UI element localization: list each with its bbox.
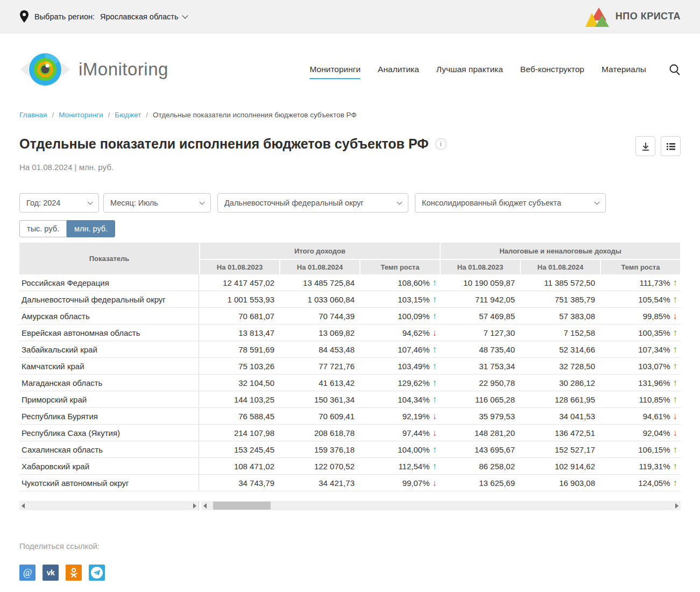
main-nav: Мониторинги Аналитика Лучшая практика Ве… bbox=[309, 59, 681, 79]
tax-2024-cell: 32 728,50 bbox=[521, 358, 600, 374]
telegram-share-button[interactable] bbox=[89, 565, 105, 581]
vk-share-button[interactable]: vk bbox=[43, 565, 59, 581]
krista-logo[interactable]: НПО КРИСТА bbox=[585, 6, 681, 27]
total-2023-cell: 13 813,47 bbox=[200, 325, 279, 341]
region-bar: Выбрать регион: Ярославская область НПО … bbox=[0, 0, 700, 33]
share-buttons: @ vk bbox=[19, 565, 681, 581]
imonitoring-logo[interactable]: iMonitoring bbox=[19, 52, 168, 87]
indicator-cell: Дальневосточный федеральный округ bbox=[19, 291, 199, 307]
growth-down-arrow-icon: ↓ bbox=[673, 412, 678, 421]
total-growth-cell: 103,15%↑ bbox=[360, 291, 440, 307]
total-growth-cell: 99,07%↓ bbox=[360, 475, 440, 491]
info-icon[interactable]: i bbox=[435, 138, 447, 150]
select-region-label: Выбрать регион: bbox=[34, 12, 95, 21]
scroll-right-icon[interactable] bbox=[675, 503, 678, 509]
header-total-2023: На 01.08.2023 bbox=[200, 260, 279, 274]
growth-down-arrow-icon: ↓ bbox=[673, 428, 678, 438]
indicator-scrollbar[interactable] bbox=[19, 501, 199, 510]
total-2024-cell: 159 376,18 bbox=[280, 441, 359, 457]
krista-triangles-icon bbox=[585, 6, 610, 27]
list-icon bbox=[666, 141, 676, 152]
tax-growth-cell: 119,31%↑ bbox=[601, 458, 680, 474]
header-tax-2023: На 01.08.2023 bbox=[441, 260, 520, 274]
scroll-left-icon[interactable] bbox=[22, 503, 25, 509]
total-2024-cell: 77 721,76 bbox=[280, 358, 359, 374]
nav-web-constructor[interactable]: Веб-конструктор bbox=[520, 59, 584, 79]
nav-monitorings[interactable]: Мониторинги bbox=[309, 59, 360, 79]
growth-up-arrow-icon: ↑ bbox=[433, 295, 437, 304]
table-header: Показатель Итого доходов Налоговые и нен… bbox=[19, 243, 681, 274]
scrollbar-thumb[interactable] bbox=[213, 502, 271, 510]
table-row[interactable]: Амурская область70 681,0770 744,39100,09… bbox=[19, 308, 681, 325]
unit-thousand-button[interactable]: тыс. руб. bbox=[19, 220, 67, 237]
table-row[interactable]: Приморский край144 103,25150 361,34104,3… bbox=[19, 391, 681, 408]
table-row[interactable]: Магаданская область32 104,5041 613,42129… bbox=[19, 375, 681, 391]
budget-type-dropdown[interactable]: Консолидированный бюджет субъекта bbox=[415, 193, 606, 213]
total-growth-cell: 100,09%↑ bbox=[360, 308, 440, 324]
region-selector[interactable]: Ярославская область bbox=[100, 12, 187, 21]
table-row[interactable]: Сахалинская область153 245,45159 376,181… bbox=[19, 441, 681, 458]
tax-growth-cell: 124,05%↑ bbox=[601, 475, 680, 491]
year-dropdown[interactable]: Год: 2024 bbox=[19, 193, 99, 213]
ok-share-button[interactable] bbox=[66, 565, 82, 581]
unit-million-button[interactable]: млн. руб. bbox=[67, 220, 115, 237]
nav-best-practice[interactable]: Лучшая практика bbox=[436, 59, 503, 79]
breadcrumb-home[interactable]: Главная bbox=[19, 111, 47, 119]
table-row[interactable]: Еврейская автономная область13 813,4713 … bbox=[19, 325, 681, 341]
table-row[interactable]: Республика Бурятия76 588,4570 609,4192,1… bbox=[19, 408, 681, 425]
scroll-left-icon[interactable] bbox=[203, 503, 207, 509]
growth-down-arrow-icon: ↓ bbox=[673, 312, 678, 321]
growth-up-arrow-icon: ↑ bbox=[433, 462, 437, 471]
growth-up-arrow-icon: ↑ bbox=[673, 378, 678, 387]
tax-2023-cell: 116 065,28 bbox=[441, 391, 520, 407]
total-2024-cell: 13 069,82 bbox=[280, 325, 359, 341]
search-icon[interactable] bbox=[669, 64, 681, 75]
download-button[interactable] bbox=[635, 136, 655, 156]
list-view-button[interactable] bbox=[661, 136, 681, 156]
total-growth-cell: 108,60%↑ bbox=[360, 275, 440, 291]
total-2023-cell: 34 743,79 bbox=[200, 475, 279, 491]
growth-down-arrow-icon: ↓ bbox=[433, 478, 437, 488]
header-tax-growth: Темп роста bbox=[601, 260, 680, 274]
indicator-cell: Камчатский край bbox=[19, 358, 199, 374]
indicator-cell: Чукотский автономный округ bbox=[19, 475, 199, 491]
nav-analytics[interactable]: Аналитика bbox=[378, 59, 419, 79]
total-growth-cell: 112,54%↑ bbox=[360, 458, 440, 474]
scroll-right-icon[interactable] bbox=[193, 503, 196, 509]
report-date-subtitle: На 01.08.2024 | млн. руб. bbox=[19, 163, 681, 172]
nav-materials[interactable]: Материалы bbox=[602, 59, 646, 79]
indicator-cell: Амурская область bbox=[19, 308, 199, 324]
growth-up-arrow-icon: ↑ bbox=[673, 462, 678, 471]
header-group-total-income: Итого доходов bbox=[200, 243, 440, 259]
breadcrumb-budget[interactable]: Бюджет bbox=[115, 111, 141, 119]
location-pin-icon bbox=[19, 10, 29, 23]
tax-2024-cell: 152 527,17 bbox=[521, 441, 600, 457]
month-dropdown[interactable]: Месяц: Июль bbox=[103, 193, 211, 213]
growth-up-arrow-icon: ↑ bbox=[433, 395, 437, 404]
tax-growth-cell: 107,34%↑ bbox=[601, 341, 680, 357]
data-scrollbar[interactable] bbox=[201, 501, 681, 510]
table-row[interactable]: Забайкальский край78 591,6984 453,48107,… bbox=[19, 341, 681, 358]
total-2023-cell: 153 245,45 bbox=[200, 441, 279, 457]
table-row[interactable]: Чукотский автономный округ34 743,7934 42… bbox=[19, 475, 681, 491]
tax-2023-cell: 13 625,69 bbox=[441, 475, 520, 491]
table-row[interactable]: Российская Федерация12 417 457,0213 485 … bbox=[19, 274, 681, 291]
table-row[interactable]: Республика Саха (Якутия)214 107,98208 61… bbox=[19, 425, 681, 441]
table-row[interactable]: Хабаровский край108 471,02122 070,52112,… bbox=[19, 458, 681, 475]
tax-2024-cell: 16 903,08 bbox=[521, 475, 600, 491]
indicator-cell: Забайкальский край bbox=[19, 341, 199, 357]
total-2023-cell: 12 417 457,02 bbox=[200, 275, 279, 291]
total-2023-cell: 214 107,98 bbox=[200, 425, 279, 441]
table-scrollbars bbox=[19, 501, 681, 510]
table-row[interactable]: Дальневосточный федеральный округ1 001 5… bbox=[19, 291, 681, 308]
table-row[interactable]: Камчатский край75 103,2677 721,76103,49%… bbox=[19, 358, 681, 375]
tax-2024-cell: 30 286,12 bbox=[521, 375, 600, 391]
indicator-cell: Республика Бурятия bbox=[19, 408, 199, 424]
total-2024-cell: 122 070,52 bbox=[280, 458, 359, 474]
federal-district-dropdown[interactable]: Дальневосточный федеральный округ bbox=[217, 193, 408, 213]
breadcrumb-monitorings[interactable]: Мониторинги bbox=[59, 111, 103, 119]
tax-2024-cell: 57 383,08 bbox=[521, 308, 600, 324]
total-2024-cell: 84 453,48 bbox=[280, 341, 359, 357]
mailru-share-button[interactable]: @ bbox=[19, 565, 36, 581]
vk-icon: vk bbox=[47, 568, 55, 577]
